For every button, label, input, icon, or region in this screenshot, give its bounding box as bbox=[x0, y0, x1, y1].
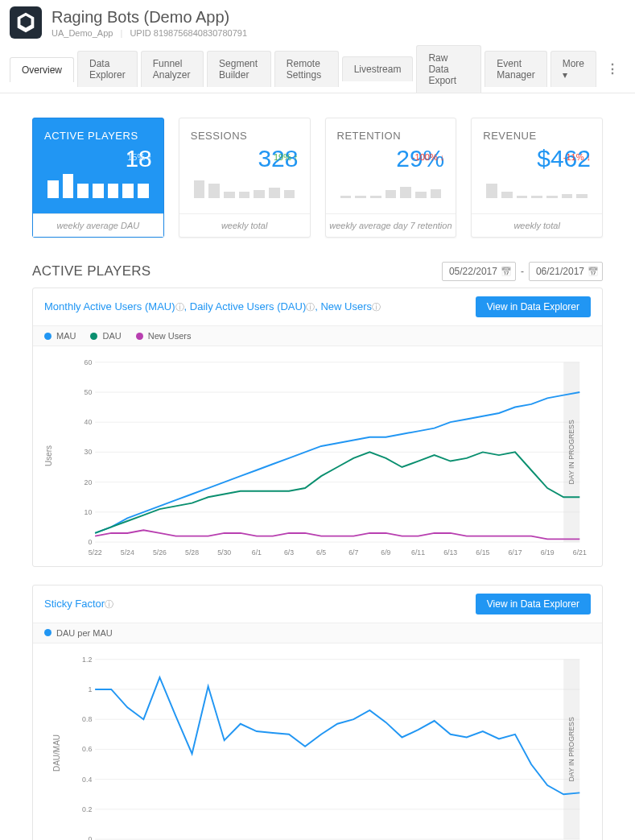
sticky-factor-panel: Sticky Factorⓘ View in Data Explorer DAU… bbox=[32, 585, 603, 841]
card-delta: 15% ↑ bbox=[127, 152, 152, 162]
y-axis-label: DAU/MAU bbox=[52, 734, 61, 772]
svg-text:0.4: 0.4 bbox=[82, 775, 92, 783]
legend-swatch-icon bbox=[90, 333, 97, 340]
svg-text:6/1: 6/1 bbox=[252, 548, 262, 557]
card-delta: -11% ↓ bbox=[563, 152, 591, 162]
link-new-users[interactable]: New Users bbox=[320, 300, 372, 312]
view-in-explorer-button[interactable]: View in Data Explorer bbox=[476, 296, 591, 317]
legend-item[interactable]: DAU bbox=[90, 331, 121, 341]
tab-bar: OverviewData ExplorerFunnel AnalyzerSegm… bbox=[0, 45, 635, 93]
svg-text:6/15: 6/15 bbox=[476, 548, 489, 557]
unity-logo-icon bbox=[10, 6, 42, 39]
svg-text:5/22: 5/22 bbox=[89, 548, 102, 557]
card-delta: -100% ↓ bbox=[412, 152, 444, 162]
link-dau[interactable]: Daily Active Users (DAU) bbox=[190, 300, 306, 312]
active-players-panel: Monthly Active Users (MAU)ⓘ, Daily Activ… bbox=[32, 288, 603, 567]
svg-text:0: 0 bbox=[88, 834, 92, 840]
app-title: Raging Bots (Demo App) bbox=[52, 8, 247, 27]
svg-text:6/11: 6/11 bbox=[411, 548, 425, 557]
card-sparkline bbox=[337, 172, 445, 198]
svg-text:6/5: 6/5 bbox=[316, 548, 326, 557]
kebab-menu-icon[interactable]: ⋮ bbox=[600, 55, 625, 83]
svg-text:10: 10 bbox=[85, 508, 93, 516]
app-subtitle: UA_Demo_App | UPID 8198756840830780791 bbox=[52, 28, 247, 38]
date-from-input[interactable]: 05/22/2017 bbox=[442, 262, 516, 281]
date-range-picker: 05/22/2017 - 06/21/2017 bbox=[442, 262, 603, 281]
tab-more[interactable]: More ▾ bbox=[550, 51, 596, 87]
card-footer: weekly average day 7 retention bbox=[326, 213, 456, 237]
panel1-title-links: Monthly Active Users (MAU)ⓘ, Daily Activ… bbox=[44, 300, 381, 313]
card-sparkline bbox=[44, 172, 152, 198]
panel1-legend: MAUDAUNew Users bbox=[33, 325, 602, 346]
card-footer: weekly average DAU bbox=[33, 213, 163, 237]
svg-text:6/3: 6/3 bbox=[284, 548, 294, 557]
app-header: Raging Bots (Demo App) UA_Demo_App | UPI… bbox=[0, 0, 635, 45]
link-sticky-factor[interactable]: Sticky Factor bbox=[44, 598, 105, 610]
summary-cards: ACTIVE PLAYERS15% ↑18weekly average DAUS… bbox=[32, 118, 603, 238]
view-in-explorer-button[interactable]: View in Data Explorer bbox=[476, 594, 591, 614]
svg-text:60: 60 bbox=[85, 358, 93, 366]
summary-card-retention[interactable]: RETENTION-100% ↓29%weekly average day 7 … bbox=[325, 118, 457, 238]
card-sparkline bbox=[483, 172, 591, 198]
summary-card-active-players[interactable]: ACTIVE PLAYERS15% ↑18weekly average DAU bbox=[32, 118, 164, 238]
svg-text:50: 50 bbox=[85, 388, 93, 396]
svg-text:5/28: 5/28 bbox=[185, 548, 199, 557]
card-delta: 19% ↑ bbox=[274, 152, 299, 162]
svg-text:30: 30 bbox=[85, 448, 93, 456]
svg-text:6/19: 6/19 bbox=[541, 548, 555, 557]
active-players-chart: 01020304050605/225/245/265/285/306/16/36… bbox=[72, 354, 588, 558]
card-title: RETENTION bbox=[337, 130, 445, 142]
svg-text:1: 1 bbox=[88, 685, 92, 693]
tab-livestream[interactable]: Livestream bbox=[342, 56, 414, 81]
legend-swatch-icon bbox=[136, 333, 143, 340]
svg-text:0: 0 bbox=[88, 538, 92, 546]
legend-item[interactable]: New Users bbox=[136, 331, 192, 341]
legend-item[interactable]: DAU per MAU bbox=[44, 628, 113, 638]
legend-item[interactable]: MAU bbox=[44, 331, 76, 341]
section-title: ACTIVE PLAYERS bbox=[32, 263, 151, 279]
svg-text:1.2: 1.2 bbox=[82, 655, 92, 663]
summary-card-sessions[interactable]: SESSIONS19% ↑328weekly total bbox=[179, 118, 311, 238]
svg-text:5/26: 5/26 bbox=[153, 548, 167, 557]
card-sparkline bbox=[191, 172, 299, 198]
tab-segment-builder[interactable]: Segment Builder bbox=[207, 51, 271, 87]
svg-text:DAY IN PROGRESS: DAY IN PROGRESS bbox=[567, 717, 575, 781]
card-title: SESSIONS bbox=[191, 130, 299, 142]
card-footer: weekly total bbox=[472, 213, 602, 237]
svg-text:6/21: 6/21 bbox=[573, 548, 587, 557]
svg-text:5/30: 5/30 bbox=[217, 548, 231, 557]
panel2-legend: DAU per MAU bbox=[33, 623, 602, 643]
legend-swatch-icon bbox=[44, 629, 52, 636]
summary-card-revenue[interactable]: REVENUE-11% ↓$462weekly total bbox=[471, 118, 603, 238]
card-title: ACTIVE PLAYERS bbox=[44, 130, 152, 142]
tab-remote-settings[interactable]: Remote Settings bbox=[274, 51, 339, 87]
svg-text:20: 20 bbox=[85, 478, 93, 486]
sticky-factor-chart: 00.20.40.60.811.25/225/245/265/285/306/1… bbox=[72, 652, 588, 841]
y-axis-label: Users bbox=[44, 445, 53, 466]
tab-funnel-analyzer[interactable]: Funnel Analyzer bbox=[141, 51, 204, 87]
tab-raw-data-export[interactable]: Raw Data Export bbox=[416, 45, 481, 93]
svg-text:6/17: 6/17 bbox=[509, 548, 522, 557]
svg-text:0.8: 0.8 bbox=[82, 715, 92, 723]
svg-text:6/9: 6/9 bbox=[381, 548, 390, 557]
tab-overview[interactable]: Overview bbox=[10, 57, 74, 82]
svg-text:6/13: 6/13 bbox=[443, 548, 457, 557]
tab-data-explorer[interactable]: Data Explorer bbox=[77, 51, 138, 87]
date-to-input[interactable]: 06/21/2017 bbox=[529, 262, 603, 281]
card-title: REVENUE bbox=[483, 130, 591, 142]
legend-swatch-icon bbox=[44, 333, 52, 340]
svg-text:40: 40 bbox=[85, 418, 93, 426]
tab-event-manager[interactable]: Event Manager bbox=[484, 51, 546, 87]
svg-text:0.6: 0.6 bbox=[82, 745, 92, 753]
svg-text:DAY IN PROGRESS: DAY IN PROGRESS bbox=[567, 420, 575, 484]
svg-text:6/7: 6/7 bbox=[348, 548, 358, 557]
svg-text:0.2: 0.2 bbox=[82, 805, 92, 813]
card-footer: weekly total bbox=[179, 213, 310, 237]
svg-text:5/24: 5/24 bbox=[121, 548, 134, 557]
link-mau[interactable]: Monthly Active Users (MAU) bbox=[44, 300, 175, 312]
